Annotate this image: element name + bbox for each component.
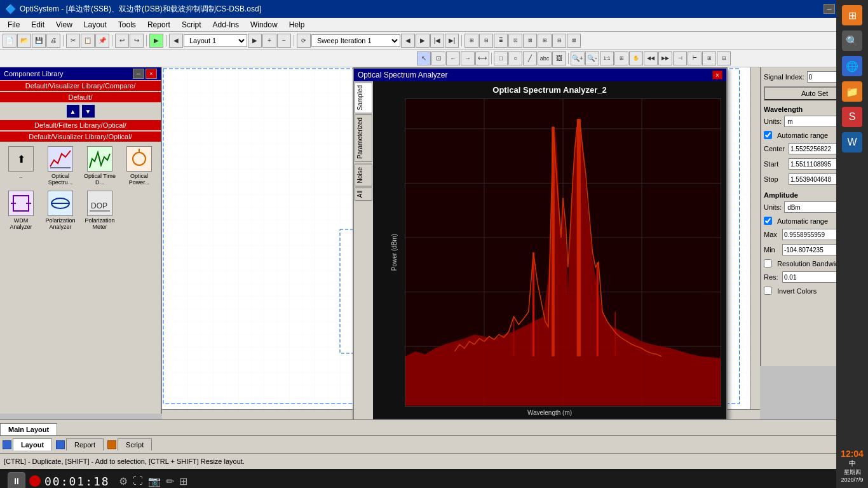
- tb-btn-8[interactable]: ⊠: [567, 34, 581, 48]
- shape-line-btn[interactable]: ╱: [523, 51, 537, 65]
- zoom-fit-page-btn[interactable]: ⊞: [614, 51, 628, 65]
- sidebar-nav-down[interactable]: ▼: [82, 105, 95, 118]
- shape-ellipse-btn[interactable]: ○: [508, 51, 522, 65]
- sys-icon-browser[interactable]: 🌐: [842, 56, 862, 76]
- layout-icon[interactable]: ⊞: [179, 475, 187, 487]
- menu-tools[interactable]: Tools: [113, 19, 141, 30]
- copy-btn[interactable]: 📋: [81, 34, 95, 48]
- layout-next-btn[interactable]: ▶: [248, 34, 262, 48]
- layout-add-btn[interactable]: +: [262, 34, 276, 48]
- layout-remove-btn[interactable]: −: [277, 34, 291, 48]
- pan-btn[interactable]: ✋: [629, 51, 643, 65]
- view-btn-2[interactable]: ⊟: [717, 51, 731, 65]
- sidebar-close[interactable]: ×: [146, 69, 157, 79]
- shape-rect-btn[interactable]: □: [494, 51, 508, 65]
- zoom-fit-btn[interactable]: ⊡: [431, 51, 445, 65]
- scrollbar-vertical[interactable]: [750, 67, 760, 419]
- menu-view[interactable]: View: [51, 19, 78, 30]
- zoom-in-btn[interactable]: 🔍+: [571, 51, 585, 65]
- minimize-button[interactable]: ─: [824, 4, 835, 14]
- save-btn[interactable]: 💾: [32, 34, 46, 48]
- sweep-prev-btn[interactable]: ◀: [401, 34, 415, 48]
- menu-help[interactable]: Help: [284, 19, 310, 30]
- arrow-left-btn[interactable]: ←: [446, 51, 460, 65]
- res-bw-checkbox[interactable]: [764, 259, 772, 268]
- footer-tab-script[interactable]: Script: [118, 438, 152, 451]
- comp-item-wdm[interactable]: WDM Analyzer: [3, 189, 39, 231]
- auto-range-checkbox[interactable]: [764, 131, 772, 139]
- camera-icon[interactable]: 📷: [148, 475, 161, 487]
- sys-icon-folder[interactable]: 📁: [842, 81, 862, 102]
- footer-tab-layout[interactable]: Layout: [13, 438, 52, 451]
- last-comp-btn[interactable]: ⊢: [688, 51, 702, 65]
- view-btn-1[interactable]: ⊞: [702, 51, 716, 65]
- menu-report[interactable]: Report: [142, 19, 175, 30]
- comp-item-dotdot[interactable]: ⬆ ..: [3, 145, 39, 187]
- footer-tab-report[interactable]: Report: [66, 438, 104, 451]
- signal-index-input[interactable]: 0: [807, 71, 839, 83]
- pen-icon[interactable]: ✏: [166, 475, 174, 487]
- sweep-next-btn[interactable]: ▶: [416, 34, 430, 48]
- comp-item-opt-power[interactable]: Optical Power...: [121, 145, 158, 187]
- menu-edit[interactable]: Edit: [26, 19, 50, 30]
- tb-btn-3[interactable]: ≣: [494, 34, 508, 48]
- sweep-first-btn[interactable]: |◀: [430, 34, 444, 48]
- sys-icon-search[interactable]: 🔍: [842, 30, 862, 51]
- osa-close-btn[interactable]: ×: [712, 71, 722, 79]
- paste-btn[interactable]: 📌: [95, 34, 109, 48]
- fullscreen-icon[interactable]: ⛶: [133, 475, 143, 487]
- amp-auto-range-checkbox[interactable]: [764, 217, 772, 225]
- print-btn[interactable]: 🖨: [46, 34, 60, 48]
- sidebar-path-2[interactable]: Default/: [0, 92, 161, 102]
- osa-vtab-noise[interactable]: Noise: [355, 164, 372, 187]
- canvas-area[interactable]: 010... Pseudo-Random Bit Sequence Bit ra…: [162, 67, 760, 419]
- shape-img-btn[interactable]: 🖼: [552, 51, 566, 65]
- select-tool[interactable]: ↖: [417, 51, 431, 65]
- invert-colors-checkbox[interactable]: [764, 287, 772, 295]
- next-page-btn[interactable]: ▶▶: [658, 51, 672, 65]
- sys-icon-app2[interactable]: W: [842, 132, 862, 152]
- cut-btn[interactable]: ✂: [66, 34, 80, 48]
- zoom-100-btn[interactable]: 1:1: [600, 51, 614, 65]
- redo-btn[interactable]: ↪: [130, 34, 144, 48]
- menu-layout[interactable]: Layout: [79, 19, 112, 30]
- sidebar-path-3[interactable]: Default/Filters Library/Optical/: [0, 120, 161, 130]
- menu-file[interactable]: File: [3, 19, 25, 30]
- sidebar-nav-up[interactable]: ▲: [67, 105, 79, 118]
- layout-select[interactable]: Layout 1: [184, 34, 247, 47]
- first-comp-btn[interactable]: ⊣: [673, 51, 687, 65]
- tab-main-layout[interactable]: Main Layout: [0, 423, 57, 435]
- menu-script[interactable]: Script: [177, 19, 207, 30]
- tb-btn-6[interactable]: ⊞: [538, 34, 552, 48]
- run-btn[interactable]: ▶: [149, 34, 163, 48]
- sidebar-path-1[interactable]: Default/Visualizer Library/Compare/: [0, 81, 161, 91]
- tb-btn-4[interactable]: ⊡: [508, 34, 522, 48]
- connection-btn[interactable]: ⟷: [475, 51, 489, 65]
- undo-btn[interactable]: ↩: [115, 34, 129, 48]
- arrow-right-btn[interactable]: →: [461, 51, 475, 65]
- comp-item-polarization[interactable]: Polarization Analyzer: [42, 189, 79, 231]
- tb-btn-1[interactable]: ⊞: [465, 34, 478, 48]
- sidebar-path-4[interactable]: Default/Visualizer Library/Optical/: [0, 132, 161, 142]
- menu-addins[interactable]: Add-Ins: [208, 19, 244, 30]
- sweep-select[interactable]: Sweep Iteration 1: [311, 34, 400, 47]
- zoom-out-btn[interactable]: 🔍-: [585, 51, 599, 65]
- open-btn[interactable]: 📂: [17, 34, 31, 48]
- menu-window[interactable]: Window: [245, 19, 283, 30]
- sidebar-minimize[interactable]: ─: [133, 69, 144, 79]
- tb-btn-2[interactable]: ⊟: [479, 34, 493, 48]
- prev-page-btn[interactable]: ◀◀: [644, 51, 658, 65]
- sys-icon-windows[interactable]: ⊞: [842, 5, 862, 25]
- pause-btn[interactable]: ⏸: [8, 472, 25, 488]
- comp-item-opt-spectrum[interactable]: Optical Spectru...: [42, 145, 79, 187]
- tb-btn-5[interactable]: ⊠: [523, 34, 537, 48]
- osa-vtab-param[interactable]: Parameterized: [355, 114, 372, 162]
- tb-btn-7[interactable]: ⊟: [552, 34, 566, 48]
- osa-vtab-all[interactable]: All: [355, 187, 372, 201]
- new-btn[interactable]: 📄: [3, 34, 17, 48]
- sys-icon-app1[interactable]: S: [842, 107, 862, 127]
- comp-item-pol-meter[interactable]: DOP Polarization Meter: [81, 189, 118, 231]
- shape-text-btn[interactable]: abc: [538, 51, 552, 65]
- osa-vtab-sampled[interactable]: Sampled: [355, 82, 372, 113]
- layout-prev-btn[interactable]: ◀: [169, 34, 183, 48]
